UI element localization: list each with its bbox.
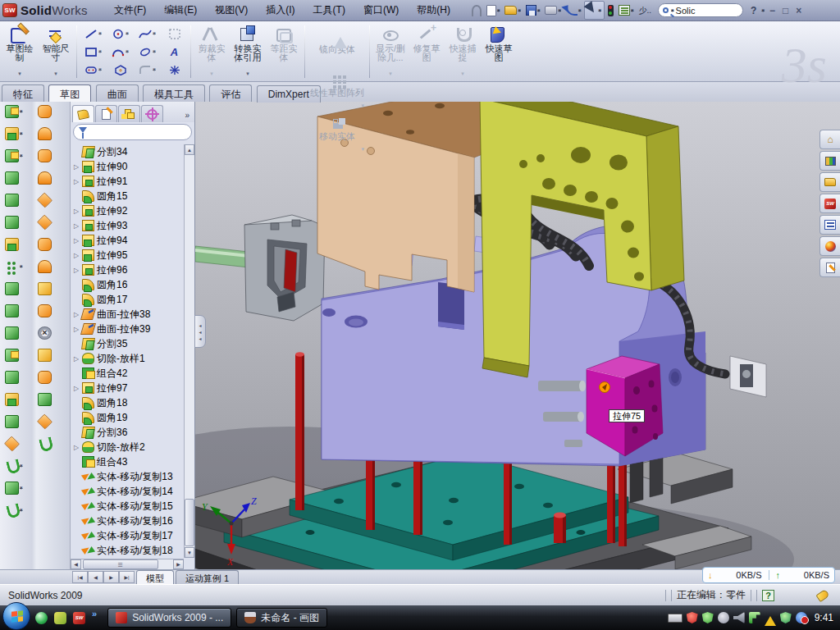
keyboard-layout-icon[interactable] [668,614,682,623]
options-button[interactable]: ▾ [617,4,636,16]
command-tab[interactable]: 特征 [2,84,44,102]
slot-tool[interactable]: ▾ [80,65,107,75]
spline-tool[interactable]: ▾ [134,29,161,39]
feature-tool-button[interactable]: ▾ [38,259,56,274]
selection-box-tool[interactable] [161,29,188,39]
expand-arrow-icon[interactable]: ▷ [73,163,80,171]
graphics-viewport[interactable]: Y Z X ▾ ▾ ▾ ▾ ▾ ─ ❐ [195,85,840,569]
line-tool[interactable]: ▾ [80,29,107,39]
menu-item[interactable]: 插入(I) [258,0,303,21]
warning-icon[interactable] [765,610,776,626]
undo-button[interactable]: ▾ [564,5,583,16]
command-button[interactable]: 转换实 体引用 ▾ [230,24,266,80]
feature-tree-item[interactable]: ▷ 拉伸94 [72,233,183,248]
quick-launch-icon[interactable] [54,612,66,624]
menu-item[interactable]: 文件(F) [106,0,154,21]
feature-tool-button[interactable]: ▾ [5,392,23,407]
feature-tree-item[interactable]: ▷ 分割34 [72,144,183,159]
messenger-icon[interactable] [35,612,48,624]
feature-tool-button[interactable]: ▾ [5,148,23,163]
feature-tree-item[interactable]: ▷ 实体-移动/复制17 [72,528,183,543]
solidworks-search-button[interactable]: SW [819,194,840,213]
update-badge-icon[interactable] [718,612,729,623]
feature-tree-item[interactable]: ▷ 切除-放样1 [72,351,183,366]
feature-tool-button[interactable]: ▾ [38,348,56,363]
expand-arrow-icon[interactable]: ▷ [73,208,80,215]
feature-tree-item[interactable]: ▷ 曲面-拉伸39 [72,322,183,336]
tab-nav-button[interactable]: ▶ [103,571,119,583]
network-icon[interactable] [749,612,760,623]
feature-tool-button[interactable]: ▾ [38,414,56,429]
feature-tree-item[interactable]: ▷ 分割36 [72,425,183,440]
command-tab[interactable]: 草图 [48,84,91,102]
feature-tool-button[interactable]: ▾ [38,237,56,252]
print-button[interactable]: ▾ [543,5,563,16]
feature-tool-button[interactable]: ▾ [38,104,56,119]
feature-tree-item[interactable]: ▷ 拉伸91 [72,174,183,189]
command-button[interactable]: 显示/删 除几... ▾ [372,24,409,80]
expand-arrow-icon[interactable]: ▷ [73,237,80,244]
feature-tree-item[interactable]: ▷ 实体-移动/复制14 [72,484,183,499]
appearances-button[interactable] [819,236,840,256]
resources-home-button[interactable]: ⌂ [819,130,840,149]
solidworks-shortcut-icon[interactable]: SW [73,612,85,624]
command-button[interactable]: 镜向实体 ▾ [308,27,367,68]
tree-horizontal-scrollbar[interactable]: ◀ ☰ ▶ [71,559,184,569]
expand-arrow-icon[interactable]: ▷ [73,311,80,318]
feature-tool-button[interactable]: ▾ [38,392,56,407]
expand-arrow-icon[interactable]: ▷ [73,178,80,185]
circle-tool[interactable]: ▾ [107,29,134,39]
taskbar-clock[interactable]: 9:41 [815,612,833,623]
feature-tool-button[interactable]: ▾ [5,414,23,429]
help-dropdown-icon[interactable]: ▾ [761,7,765,14]
taskbar-window-button[interactable]: SolidWorks 2009 - ... [107,608,231,628]
command-button[interactable]: 修复草 图 ▾ [409,24,445,80]
scroll-down-icon[interactable]: ▼ [185,547,194,558]
feature-tree-item[interactable]: ▷ 拉伸90 [72,159,183,174]
feature-tool-button[interactable]: ▾ [38,370,56,385]
menu-item[interactable]: 帮助(H) [409,0,459,21]
expand-arrow-icon[interactable]: ▷ [73,355,80,363]
rectangle-tool[interactable]: ▾ [80,47,107,57]
feature-tool-button[interactable]: ▾ [5,237,23,252]
manager-overflow-chevron[interactable]: » [181,111,193,122]
antivirus-icon[interactable] [702,612,714,623]
feature-tool-button[interactable]: ▾ [5,503,23,518]
command-button[interactable]: 草图绘 制 ▾ [2,24,38,80]
expand-arrow-icon[interactable]: ▷ [73,444,80,451]
new-document-button[interactable]: ▾ [485,4,502,17]
feature-tool-button[interactable]: ▾ [5,215,23,230]
expand-arrow-icon[interactable]: ▷ [73,222,80,230]
dimxpert-manager-tab[interactable] [141,105,163,122]
open-document-button[interactable]: ▾ [503,5,523,16]
expand-arrow-icon[interactable]: ▷ [73,385,80,392]
menu-item[interactable]: 视图(V) [207,0,256,21]
feature-tree-item[interactable]: ▷ 圆角19 [72,410,183,425]
feature-tree-item[interactable]: ▷ 实体-移动/复制15 [72,499,183,514]
command-button[interactable]: 线性草图阵列 ▾ [308,71,367,112]
tag-icon[interactable] [815,588,829,601]
tab-nav-button[interactable]: ◀ [88,571,103,583]
feature-tool-button[interactable]: ▾ [38,193,56,208]
help-button[interactable]: ? [751,5,756,16]
feature-tool-button[interactable]: ▾ [5,436,23,451]
sketch-text-tool[interactable]: A [161,46,188,58]
restore-button[interactable]: □ [783,5,788,16]
feature-tool-button[interactable]: ▾ [38,304,56,318]
feature-tool-button[interactable]: ▾ [38,148,56,163]
feature-tree-item[interactable]: ▷ 圆角17 [72,292,183,307]
ellipse-tool[interactable]: ▾ [134,47,161,57]
start-button[interactable] [2,602,30,630]
feature-tree-item[interactable]: ▷ 实体-移动/复制18 [72,543,183,558]
command-button[interactable]: 移动实体 ▾ [308,114,367,155]
feature-tool-button[interactable]: ▾ [5,126,23,141]
feature-tree-item[interactable]: ▷ 曲面-拉伸38 [72,307,183,322]
search-dropdown-icon[interactable]: ▾ [671,7,674,14]
expand-arrow-icon[interactable]: ▷ [73,252,80,259]
toolbar-overflow-label[interactable]: 少.. [639,5,652,16]
feature-manager-tab[interactable] [72,105,94,122]
search-input[interactable]: ▾ Solic [658,3,743,17]
feature-tool-button[interactable]: ▾ [38,171,56,185]
expand-arrow-icon[interactable]: ▷ [73,326,80,333]
feature-tool-button[interactable]: ▾ [5,348,23,363]
